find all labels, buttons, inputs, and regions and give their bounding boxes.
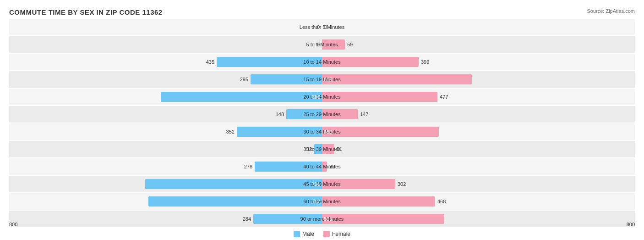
male-value: 278 — [244, 164, 252, 169]
chart-row: 28450590 or more Minutes — [9, 211, 635, 227]
legend-female-box — [323, 231, 330, 237]
chart-row: 71746860 to 89 Minutes — [9, 193, 635, 210]
chart-row: 43539910 to 14 Minutes — [9, 54, 635, 70]
legend-male: Male — [294, 231, 314, 237]
legend-male-label: Male — [302, 231, 314, 237]
legend-female: Female — [323, 231, 350, 237]
male-value: 295 — [240, 77, 248, 82]
source-label: Source: ZipAtlas.com — [587, 8, 635, 14]
legend-male-box — [294, 231, 300, 237]
chart-row: 14814725 to 29 Minutes — [9, 106, 635, 123]
chart-row: 35248330 to 34 Minutes — [9, 123, 635, 140]
female-value: 147 — [360, 112, 368, 117]
female-value-inside: 619 — [322, 77, 332, 82]
row-label: 35 to 39 Minutes — [285, 146, 359, 152]
row-label: Less than 5 Minutes — [285, 24, 359, 30]
row-label: 25 to 29 Minutes — [285, 112, 359, 117]
legend-female-label: Female — [332, 231, 350, 237]
female-value: 399 — [421, 59, 429, 65]
row-label: 60 to 89 Minutes — [285, 199, 359, 204]
female-value-inside: 505 — [322, 216, 332, 222]
female-value: 477 — [440, 94, 448, 100]
male-value-inside: 666 — [312, 94, 322, 100]
chart-title: COMMUTE TIME BY SEX IN ZIP CODE 11362 — [9, 8, 635, 16]
legend: Male Female — [294, 231, 350, 237]
chart-row: 2782040 to 44 Minutes — [9, 158, 635, 175]
row-label: 40 to 44 Minutes — [285, 164, 359, 169]
chart-row: 0595 to 9 Minutes — [9, 36, 635, 53]
chart-row: 66647720 to 24 Minutes — [9, 89, 635, 105]
female-value: 302 — [398, 181, 406, 187]
axis-left: 800 — [9, 222, 17, 227]
female-value-inside: 483 — [322, 129, 332, 134]
chart-area: 00Less than 5 Minutes0595 to 9 Minutes43… — [9, 19, 635, 216]
axis-right: 800 — [627, 222, 635, 227]
chart-row: 29561915 to 19 Minutes — [9, 71, 635, 88]
male-value-inside: 717 — [312, 199, 322, 204]
male-value: 435 — [206, 59, 214, 65]
chart-row: 73130245 to 59 Minutes — [9, 176, 635, 192]
male-value: 284 — [243, 216, 251, 222]
row-label: 45 to 59 Minutes — [285, 181, 359, 187]
row-label: 20 to 24 Minutes — [285, 94, 359, 100]
chart-row: 00Less than 5 Minutes — [9, 19, 635, 35]
row-label: 5 to 9 Minutes — [285, 42, 359, 47]
row-label: 10 to 14 Minutes — [285, 59, 359, 65]
male-value: 148 — [276, 112, 284, 117]
male-value: 352 — [226, 129, 235, 134]
female-value: 468 — [437, 199, 446, 204]
chart-container: COMMUTE TIME BY SEX IN ZIP CODE 11362 So… — [0, 0, 644, 240]
chart-row: 325135 to 39 Minutes — [9, 141, 635, 157]
male-value-inside: 731 — [312, 181, 322, 187]
